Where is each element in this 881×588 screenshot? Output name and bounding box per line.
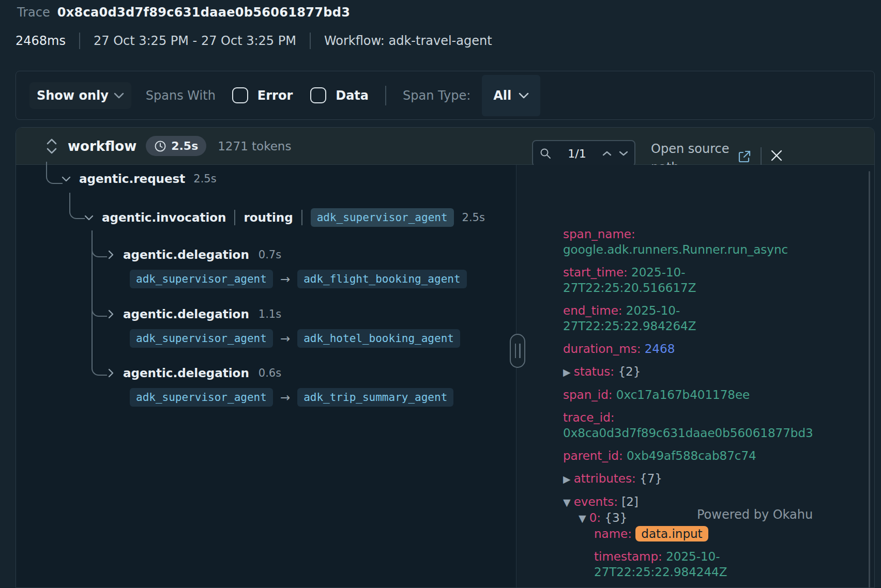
span-type-dropdown[interactable]: All: [482, 75, 540, 116]
detail-key-trace-id: trace_id:: [563, 411, 615, 424]
panel-resize-handle[interactable]: [510, 334, 525, 368]
chevron-right-icon[interactable]: [108, 310, 114, 319]
error-checkbox-label[interactable]: Error: [257, 88, 293, 103]
detail-key-start-time: start_time:: [563, 266, 631, 279]
detail-key-parent-id: parent_id:: [563, 449, 627, 462]
workflow-header: workflow 2.5s 1271 tokens: [16, 128, 874, 165]
span-kind-routing: routing: [244, 211, 293, 224]
span-row-agentic-delegation-1[interactable]: agentic.delegation 0.7s: [108, 248, 281, 261]
span-row-agentic-request[interactable]: agentic.request 2.5s: [62, 172, 217, 185]
data-checkbox[interactable]: [310, 87, 326, 103]
detail-row: parent_id: 0xb49af588cab87c74: [563, 448, 863, 463]
span-row-agentic-invocation[interactable]: agentic.invocation routing adk_superviso…: [84, 208, 485, 227]
tree-connector: [92, 230, 107, 376]
status-expander-icon[interactable]: ▶: [563, 366, 574, 378]
trace-viewer: Trace 0x8ca0d3d7f89c631daae0b56061877bd3…: [0, 0, 881, 588]
meta-divider: [310, 33, 311, 49]
detail-key-span-id: span_id:: [563, 388, 616, 401]
trace-time-range: 27 Oct 3:25 PM - 27 Oct 3:25 PM: [94, 34, 296, 48]
span-row-agentic-delegation-2[interactable]: agentic.delegation 1.1s: [108, 307, 281, 321]
detail-row: ▶ status: {2}: [563, 364, 863, 380]
span-type-value: All: [493, 88, 511, 103]
detail-row: start_time: 2025-10-: [563, 265, 863, 280]
span-label: agentic.request: [79, 172, 185, 185]
detail-value-parent-id: 0xb49af588cab87c74: [627, 449, 756, 462]
span-tree: agentic.request 2.5s agentic.invocation …: [16, 165, 516, 588]
detail-value-span-id: 0xc17a167b401178ee: [616, 388, 750, 401]
powered-by-watermark: Powered by Okahu: [697, 507, 813, 522]
agent-badge-from[interactable]: adk_supervisor_agent: [130, 329, 273, 348]
detail-key-status: status:: [574, 365, 618, 378]
span-row-agentic-delegation-3[interactable]: agentic.delegation 0.6s: [108, 366, 281, 380]
agent-badge-to[interactable]: adk_trip_summary_agent: [297, 388, 453, 407]
expand-collapse-all-icon[interactable]: [45, 137, 58, 156]
span-label: agentic.invocation: [102, 211, 226, 224]
show-only-dropdown[interactable]: Show only: [29, 82, 131, 109]
attributes-expander-icon[interactable]: ▶: [563, 473, 574, 485]
span-separator: [234, 210, 235, 225]
filter-bar: Show only Spans With Error Data Span Typ…: [16, 71, 875, 120]
arrow-right-icon: →: [280, 332, 290, 345]
detail-row: google.adk.runners.Runner.run_async: [563, 242, 863, 257]
events-collapse-icon[interactable]: ▼: [563, 497, 574, 508]
error-checkbox[interactable]: [232, 87, 248, 103]
detail-key-duration-ms: duration_ms:: [563, 342, 645, 355]
header-divider: [761, 147, 762, 166]
detail-value-duration-ms: 2468: [645, 342, 675, 355]
chevron-down-icon[interactable]: [84, 215, 94, 221]
meta-divider: [79, 33, 80, 49]
detail-value-start-time: 2025-10-: [631, 266, 685, 279]
event-0-collapse-icon[interactable]: ▼: [579, 513, 589, 524]
clock-icon: [154, 140, 166, 152]
detail-row: 27T22:25:22.984264Z: [563, 318, 863, 334]
spans-with-label: Spans With: [146, 88, 216, 103]
search-icon: [539, 147, 552, 160]
detail-value-trace-id: 0x8ca0d3d7f89c631daae0b56061877bd3: [563, 426, 813, 440]
detail-value-event-timestamp-cont: 27T22:25:22.984244Z: [594, 565, 727, 579]
trace-meta-row: 2468ms 27 Oct 3:25 PM - 27 Oct 3:25 PM W…: [16, 33, 492, 49]
detail-row: timestamp: 2025-10-: [563, 549, 863, 564]
agent-badge-to[interactable]: adk_flight_booking_agent: [297, 270, 466, 288]
chevron-down-icon[interactable]: [62, 176, 71, 182]
detail-key-event-name: name:: [594, 527, 635, 540]
detail-key-attributes: attributes:: [574, 472, 640, 485]
detail-value-end-time-cont: 27T22:25:22.984264Z: [563, 319, 696, 333]
tree-connector: [46, 162, 63, 184]
chevron-right-icon[interactable]: [108, 250, 114, 259]
filter-divider: [385, 86, 386, 105]
delegation-agents-1: adk_supervisor_agent → adk_flight_bookin…: [130, 270, 467, 288]
detail-value-status: {2}: [618, 365, 641, 378]
detail-value-events: [2]: [621, 495, 639, 508]
detail-value-event-timestamp: 2025-10-: [666, 550, 720, 563]
span-search-box[interactable]: 1/1: [532, 140, 635, 167]
delegation-agents-3: adk_supervisor_agent → adk_trip_summary_…: [130, 388, 453, 407]
span-label: agentic.delegation: [123, 366, 249, 380]
trace-header: Trace 0x8ca0d3d7f89c631daae0b56061877bd3: [17, 5, 350, 20]
detail-scrollbar[interactable]: [869, 171, 870, 588]
span-duration: 0.7s: [259, 249, 281, 261]
search-next-icon[interactable]: [619, 151, 628, 156]
data-checkbox-label[interactable]: Data: [336, 88, 369, 103]
agent-badge-to[interactable]: adk_hotel_booking_agent: [297, 329, 460, 348]
detail-row: 27T22:25:20.516617Z: [563, 280, 863, 296]
delegation-agents-2: adk_supervisor_agent → adk_hotel_booking…: [130, 329, 460, 348]
agent-badge-from[interactable]: adk_supervisor_agent: [130, 270, 273, 288]
detail-row: span_id: 0xc17a167b401178ee: [563, 387, 863, 403]
detail-row: name: data.input: [563, 526, 863, 541]
detail-value-end-time: 2025-10-: [626, 304, 680, 317]
detail-key-end-time: end_time:: [563, 304, 626, 317]
trace-duration: 2468ms: [16, 34, 66, 48]
detail-value-start-time-cont: 27T22:25:20.516617Z: [563, 281, 696, 295]
external-link-icon[interactable]: [737, 149, 752, 164]
detail-row: ▶ attributes: {7}: [563, 471, 863, 487]
agent-badge-supervisor[interactable]: adk_supervisor_agent: [311, 208, 454, 227]
agent-badge-from[interactable]: adk_supervisor_agent: [130, 388, 273, 407]
close-icon[interactable]: [770, 149, 783, 162]
span-type-label: Span Type:: [403, 88, 470, 103]
chevron-right-icon[interactable]: [108, 368, 114, 378]
span-label: agentic.delegation: [123, 248, 249, 261]
search-prev-icon[interactable]: [602, 151, 612, 156]
detail-row: 27T22:25:22.984244Z: [563, 564, 863, 580]
detail-value-event-0: {3}: [604, 511, 627, 524]
span-duration: 2.5s: [462, 211, 485, 224]
